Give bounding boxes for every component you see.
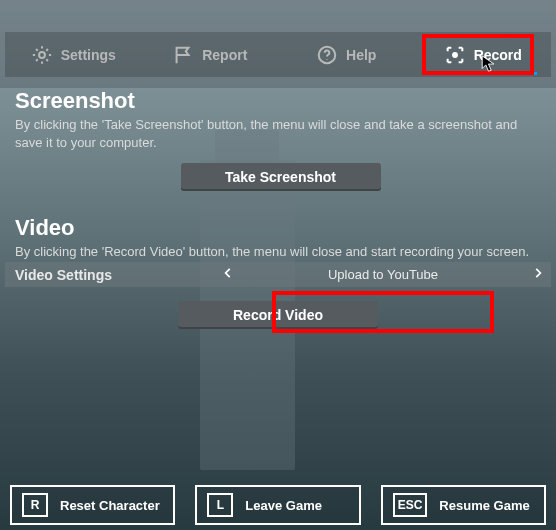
bottom-bar: R Reset Character L Leave Game ESC Resum…: [10, 485, 546, 525]
key-hint: L: [207, 493, 233, 517]
tab-label: Help: [346, 47, 376, 63]
svg-point-3: [452, 52, 458, 58]
resume-game-button[interactable]: ESC Resume Game: [381, 485, 546, 525]
video-settings-value: Upload to YouTube: [241, 267, 525, 282]
chevron-left-icon: [221, 266, 235, 280]
key-hint: ESC: [393, 493, 428, 517]
leave-game-button[interactable]: L Leave Game: [195, 485, 360, 525]
chevron-right-icon: [531, 266, 545, 280]
tab-settings[interactable]: Settings: [5, 32, 142, 77]
tab-bar: Settings Report Help Record: [5, 32, 551, 77]
take-screenshot-button[interactable]: Take Screenshot: [181, 163, 381, 191]
tab-label: Record: [474, 47, 522, 63]
key-hint: R: [22, 493, 48, 517]
tab-help[interactable]: Help: [278, 32, 415, 77]
tab-label: Report: [202, 47, 247, 63]
svg-point-0: [39, 52, 45, 58]
screenshot-desc: By clicking the 'Take Screenshot' button…: [15, 116, 546, 151]
tab-report[interactable]: Report: [142, 32, 279, 77]
button-label: Resume Game: [439, 498, 529, 513]
svg-point-2: [327, 59, 328, 60]
help-icon: [316, 44, 338, 66]
tab-record[interactable]: Record: [415, 32, 552, 77]
record-icon: [444, 44, 466, 66]
button-label: Leave Game: [245, 498, 322, 513]
record-video-button[interactable]: Record Video: [178, 301, 378, 329]
flag-icon: [172, 44, 194, 66]
tab-label: Settings: [61, 47, 116, 63]
video-settings-label: Video Settings: [5, 267, 215, 283]
next-option-button[interactable]: [525, 266, 551, 283]
video-settings-row: Video Settings Upload to YouTube: [5, 262, 551, 287]
reset-character-button[interactable]: R Reset Character: [10, 485, 175, 525]
button-label: Reset Character: [60, 498, 160, 513]
screenshot-title: Screenshot: [15, 88, 546, 114]
gear-icon: [31, 44, 53, 66]
video-desc: By clicking the 'Record Video' button, t…: [15, 243, 546, 261]
video-title: Video: [15, 215, 546, 241]
prev-option-button[interactable]: [215, 266, 241, 283]
